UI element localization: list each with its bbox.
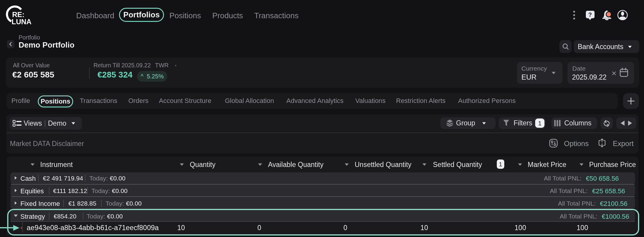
svg-text:LUNA: LUNA xyxy=(12,18,32,26)
svg-text:?: ? xyxy=(588,11,592,18)
